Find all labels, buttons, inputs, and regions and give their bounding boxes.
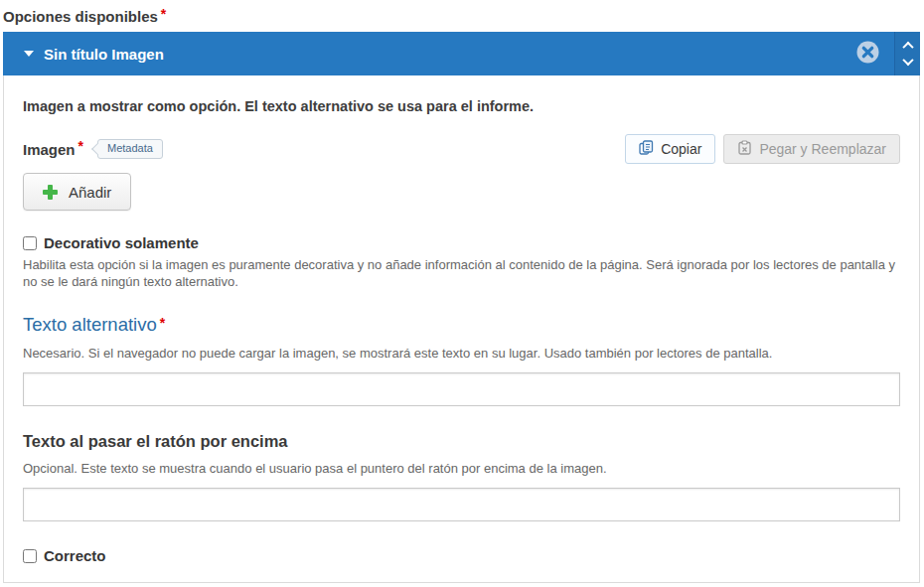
decorative-checkbox-block: Decorativo solamente Habilita esta opció… — [23, 234, 900, 290]
intro-text: Imagen a mostrar como opción. El texto a… — [23, 98, 900, 114]
decorative-checkbox-row[interactable]: Decorativo solamente — [23, 234, 900, 251]
add-button-label: Añadir — [69, 184, 111, 201]
collapse-triangle-icon — [24, 51, 34, 57]
options-field-label-text: Opciones disponibles — [3, 8, 158, 25]
add-image-button[interactable]: Añadir — [23, 173, 131, 211]
panel-content: Imagen a mostrar como opción. El texto a… — [3, 75, 920, 583]
required-asterisk: * — [161, 6, 166, 22]
options-field-label: Opciones disponibles* — [3, 8, 924, 25]
paste-replace-button[interactable]: Pegar y Reemplazar — [723, 134, 900, 164]
reorder-strip — [894, 32, 920, 75]
plus-icon — [43, 185, 58, 200]
decorative-checkbox-label: Decorativo solamente — [44, 234, 199, 251]
image-field-label: Imagen — [23, 141, 76, 158]
alt-text-description: Necesario. Si el navegador no puede carg… — [23, 346, 900, 361]
copy-button[interactable]: Copiar — [625, 134, 715, 164]
chevron-up-icon — [902, 42, 913, 53]
decorative-description: Habilita esta opción si la imagen es pur… — [23, 256, 900, 290]
hover-text-input[interactable] — [23, 488, 900, 521]
correct-checkbox-block: Correcto — [23, 547, 900, 564]
panel-header[interactable]: Sin título Imagen — [3, 32, 920, 75]
panel-title: Sin título Imagen — [44, 46, 164, 63]
paste-button-label: Pegar y Reemplazar — [759, 141, 886, 157]
copy-button-label: Copiar — [661, 141, 701, 157]
required-asterisk: * — [160, 315, 165, 331]
move-up-button[interactable] — [900, 42, 916, 51]
chevron-down-icon — [902, 55, 913, 66]
alt-text-heading-text: Texto alternativo — [23, 314, 157, 335]
image-field-row: Imagen* Metadata Copiar Pegar y Reemplaz… — [23, 134, 900, 164]
copy-icon — [639, 140, 654, 158]
metadata-badge[interactable]: Metadata — [97, 139, 163, 159]
remove-option-button[interactable] — [855, 42, 880, 67]
image-option-panel: Sin título Imagen Imagen a mostrar como … — [3, 32, 920, 583]
paste-icon — [737, 140, 752, 158]
alt-text-input[interactable] — [23, 372, 900, 406]
move-down-button[interactable] — [900, 58, 916, 67]
alt-text-heading: Texto alternativo* — [23, 314, 900, 336]
hover-text-description: Opcional. Este texto se muestra cuando e… — [23, 461, 900, 476]
hover-text-heading: Texto al pasar el ratón por encima — [23, 432, 900, 451]
circle-x-icon — [855, 40, 880, 68]
correct-checkbox-label: Correcto — [44, 547, 106, 564]
correct-checkbox[interactable] — [23, 549, 37, 563]
correct-checkbox-row[interactable]: Correcto — [23, 547, 900, 564]
required-asterisk: * — [78, 138, 83, 154]
decorative-checkbox[interactable] — [23, 236, 37, 250]
